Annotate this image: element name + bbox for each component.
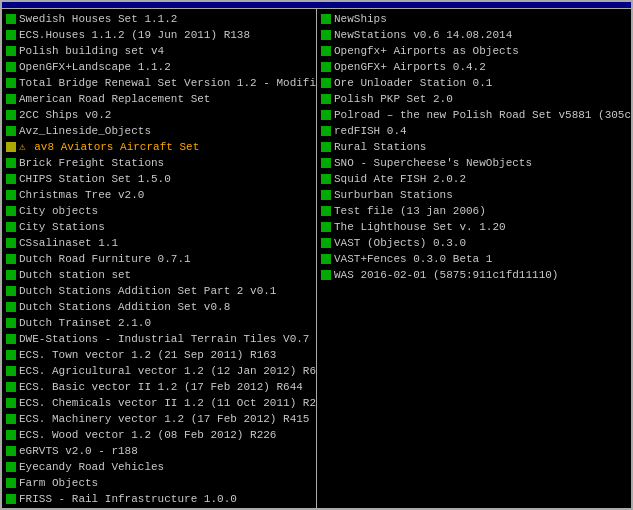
list-item[interactable]: Avz_Lineside_Objects (4, 123, 314, 139)
warning-icon: ⚠ (19, 141, 32, 153)
list-item[interactable]: Opengfx+ Airports as Objects (319, 43, 629, 59)
status-dot (6, 94, 16, 104)
list-item[interactable]: 2CC Ships v0.2 (4, 107, 314, 123)
item-label: Farm Objects (19, 476, 98, 490)
list-item[interactable]: Squid Ate FISH 2.0.2 (319, 171, 629, 187)
item-label: Polish PKP Set 2.0 (334, 92, 453, 106)
item-label: ECS.Houses 1.1.2 (19 Jun 2011) R138 (19, 28, 250, 42)
status-dot (6, 110, 16, 120)
item-label: eGRVTS v2.0 - r188 (19, 444, 138, 458)
list-item[interactable]: Dutch Stations Addition Set Part 2 v0.1 (4, 283, 314, 299)
list-item[interactable]: Swedish Houses Set 1.1.2 (4, 11, 314, 27)
list-item[interactable]: Dutch Stations Addition Set v0.8 (4, 299, 314, 315)
item-label: Avz_Lineside_Objects (19, 124, 151, 138)
list-item[interactable]: ECS. Basic vector II 1.2 (17 Feb 2012) R… (4, 379, 314, 395)
list-item[interactable]: Christmas Tree v2.0 (4, 187, 314, 203)
status-dot (321, 142, 331, 152)
list-item[interactable]: ECS. Chemicals vector II 1.2 (11 Oct 201… (4, 395, 314, 411)
list-item[interactable]: Test file (13 jan 2006) (319, 203, 629, 219)
list-item[interactable]: American Road Replacement Set (4, 91, 314, 107)
list-item[interactable]: VAST+Fences 0.3.0 Beta 1 (319, 251, 629, 267)
item-label: ECS. Machinery vector 1.2 (17 Feb 2012) … (19, 412, 309, 426)
list-item[interactable]: FRISS - Rail Infrastructure 1.0.0 (4, 491, 314, 507)
status-dot (6, 462, 16, 472)
item-label: ⚠ av8 Aviators Aircraft Set (19, 140, 199, 154)
status-dot (6, 286, 16, 296)
status-dot (6, 494, 16, 504)
list-item[interactable]: OpenGFX+ Airports 0.4.2 (319, 59, 629, 75)
item-label: Polroad – the new Polish Road Set v5881 … (334, 108, 631, 122)
list-item[interactable]: ECS. Agricultural vector 1.2 (12 Jan 201… (4, 363, 314, 379)
status-dot (6, 478, 16, 488)
status-dot (6, 430, 16, 440)
list-item[interactable]: ECS. Town vector 1.2 (21 Sep 2011) R163 (4, 347, 314, 363)
list-item[interactable]: City Stations (4, 219, 314, 235)
status-dot (6, 78, 16, 88)
item-label: ECS. Town vector 1.2 (21 Sep 2011) R163 (19, 348, 276, 362)
list-item[interactable]: ECS. Machinery vector 1.2 (17 Feb 2012) … (4, 411, 314, 427)
list-item[interactable]: CSsalinaset 1.1 (4, 235, 314, 251)
item-label: Dutch Stations Addition Set Part 2 v0.1 (19, 284, 276, 298)
right-panel[interactable]: NewShipsNewStations v0.6 14.08.2014Openg… (317, 9, 631, 508)
item-label: City objects (19, 204, 98, 218)
list-item[interactable]: Dutch station set (4, 267, 314, 283)
list-item[interactable]: eGRVTS v2.0 - r188 (4, 443, 314, 459)
item-label: WAS 2016-02-01 (5875:911c1fd11110) (334, 268, 558, 282)
list-item[interactable]: redFISH 0.4 (319, 123, 629, 139)
list-item[interactable]: ECS. Wood vector 1.2 (08 Feb 2012) R226 (4, 427, 314, 443)
status-dot (6, 302, 16, 312)
list-item[interactable]: Polish PKP Set 2.0 (319, 91, 629, 107)
status-dot (321, 14, 331, 24)
item-label: Swedish Houses Set 1.1.2 (19, 12, 177, 26)
list-item[interactable]: OpenGFX+Landscape 1.1.2 (4, 59, 314, 75)
list-item[interactable]: Farm Objects (4, 475, 314, 491)
list-item[interactable]: NewShips (319, 11, 629, 27)
list-item[interactable]: SNO - Supercheese's NewObjects (319, 155, 629, 171)
list-item[interactable]: CHIPS Station Set 1.5.0 (4, 171, 314, 187)
item-label: CHIPS Station Set 1.5.0 (19, 172, 171, 186)
list-item[interactable]: NewStations v0.6 14.08.2014 (319, 27, 629, 43)
content-area: Swedish Houses Set 1.1.2ECS.Houses 1.1.2… (2, 9, 631, 508)
list-item[interactable]: Rural Stations (319, 139, 629, 155)
item-label: Surburban Stations (334, 188, 453, 202)
status-dot (6, 142, 16, 152)
left-panel[interactable]: Swedish Houses Set 1.1.2ECS.Houses 1.1.2… (2, 9, 317, 508)
item-label: Total Bridge Renewal Set Version 1.2 - M… (19, 76, 317, 90)
list-item[interactable]: Surburban Stations (319, 187, 629, 203)
list-item[interactable]: Brick Freight Stations (4, 155, 314, 171)
status-dot (321, 254, 331, 264)
item-label: OpenGFX+ Airports 0.4.2 (334, 60, 486, 74)
item-label: ECS. Basic vector II 1.2 (17 Feb 2012) R… (19, 380, 303, 394)
status-dot (6, 62, 16, 72)
list-item[interactable]: WAS 2016-02-01 (5875:911c1fd11110) (319, 267, 629, 283)
item-label: NewStations v0.6 14.08.2014 (334, 28, 512, 42)
list-item[interactable]: ⚠ av8 Aviators Aircraft Set (4, 139, 314, 155)
item-label: Dutch Stations Addition Set v0.8 (19, 300, 230, 314)
list-item[interactable]: Dutch Road Furniture 0.7.1 (4, 251, 314, 267)
item-label: The Lighthouse Set v. 1.20 (334, 220, 506, 234)
list-item[interactable]: VAST (Objects) 0.3.0 (319, 235, 629, 251)
item-label: City Stations (19, 220, 105, 234)
list-item[interactable]: City objects (4, 203, 314, 219)
item-label: Squid Ate FISH 2.0.2 (334, 172, 466, 186)
status-dot (321, 126, 331, 136)
status-dot (6, 270, 16, 280)
item-label: ECS. Agricultural vector 1.2 (12 Jan 201… (19, 364, 317, 378)
list-item[interactable]: DWE-Stations - Industrial Terrain Tiles … (4, 331, 314, 347)
status-dot (6, 190, 16, 200)
list-item[interactable]: Polish building set v4 (4, 43, 314, 59)
list-item[interactable]: Dutch Trainset 2.1.0 (4, 315, 314, 331)
list-item[interactable]: Ore Unloader Station 0.1 (319, 75, 629, 91)
list-item[interactable]: Polroad – the new Polish Road Set v5881 … (319, 107, 629, 123)
list-item[interactable]: The Lighthouse Set v. 1.20 (319, 219, 629, 235)
list-item[interactable]: ECS.Houses 1.1.2 (19 Jun 2011) R138 (4, 27, 314, 43)
item-label: Rural Stations (334, 140, 426, 154)
main-window: Swedish Houses Set 1.1.2ECS.Houses 1.1.2… (0, 0, 633, 510)
list-item[interactable]: FRISS - Stations and Other Infrastructur… (4, 507, 314, 508)
item-label: Opengfx+ Airports as Objects (334, 44, 519, 58)
list-item[interactable]: Eyecandy Road Vehicles (4, 459, 314, 475)
status-dot (321, 190, 331, 200)
status-dot (321, 174, 331, 184)
status-dot (6, 206, 16, 216)
list-item[interactable]: Total Bridge Renewal Set Version 1.2 - M… (4, 75, 314, 91)
